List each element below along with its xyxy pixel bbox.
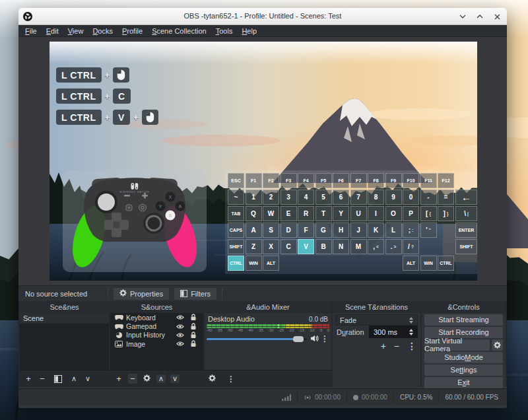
sources-dock-title[interactable]: S&ources	[110, 301, 203, 313]
close-button[interactable]	[492, 12, 502, 21]
key-alt: ALT	[263, 256, 279, 271]
mixer-channel-menu[interactable]: ⋮	[321, 334, 329, 343]
scene-filters-icon[interactable]	[54, 375, 62, 383]
mixer-dock-title[interactable]: &Audio Mixer	[205, 301, 331, 313]
add-transition-button[interactable]: +	[381, 341, 386, 351]
speaker-icon[interactable]	[310, 335, 319, 342]
desktop: OBS -tytan652-1 - Profile: Untitled - Sc…	[0, 0, 528, 420]
properties-button[interactable]: Properties	[114, 288, 169, 300]
svg-text:A: A	[179, 204, 182, 209]
menu-profile[interactable]: Profile	[117, 26, 147, 36]
remove-scene-button[interactable]: −	[38, 374, 47, 384]
scene-down-button[interactable]: ∨	[83, 374, 92, 383]
virtual-camera-config-button[interactable]	[492, 339, 503, 351]
scenes-list[interactable]: Scene	[20, 313, 109, 370]
remove-source-button[interactable]: −	[128, 374, 137, 384]
studio-mode-button[interactable]: Studio Mode	[424, 352, 503, 363]
keycap-chip: L CTRL	[56, 67, 102, 83]
maximize-button[interactable]	[475, 12, 484, 21]
add-scene-button[interactable]: +	[24, 374, 33, 384]
toggle-lock-button[interactable]	[187, 332, 200, 339]
toggle-lock-button[interactable]	[187, 323, 200, 330]
key-win: WIN	[420, 256, 437, 271]
menu-edit[interactable]: Edit	[42, 26, 63, 36]
volume-meter	[207, 324, 329, 326]
toggle-lock-button[interactable]	[187, 314, 200, 321]
scene-list-item[interactable]: Scene	[20, 313, 109, 324]
start-streaming-button[interactable]: Start Streaming	[424, 314, 503, 326]
controls-dock: &Controls Start StreamingStart Recording…	[422, 301, 506, 387]
mouse-icon	[117, 69, 125, 81]
add-source-button[interactable]: +	[114, 374, 123, 384]
source-row[interactable]: Keyboard	[110, 313, 203, 322]
meter-tick: -10	[309, 328, 315, 332]
volume-slider[interactable]	[207, 335, 307, 342]
menu-help[interactable]: Help	[237, 26, 261, 36]
start-virtual-camera-button[interactable]: Start Virtual Camera	[424, 339, 490, 351]
cpu-usage: CPU: 0.5%	[394, 389, 438, 405]
lock-icon	[190, 340, 197, 347]
minimize-button[interactable]	[458, 12, 467, 21]
menu-tools[interactable]: Tools	[211, 26, 238, 36]
source-up-button[interactable]: ∧	[156, 374, 166, 383]
visibility-eye-icon	[176, 341, 184, 347]
volume-slider-handle[interactable]	[293, 336, 304, 342]
source-label: Gamepad	[124, 322, 174, 330]
duration-spinbox[interactable]: 300 ms	[369, 326, 418, 338]
mixer-menu[interactable]: ⋮	[227, 374, 235, 384]
sources-dock: S&ources KeyboardGamepadInput HistoryIma…	[110, 301, 203, 387]
toggle-visibility-button[interactable]	[174, 341, 187, 347]
toggle-visibility-button[interactable]	[174, 332, 187, 338]
spinbox-arrows-icon[interactable]	[409, 329, 413, 335]
transitions-dock-title[interactable]: Scene T&ransitions	[333, 301, 420, 313]
transition-menu[interactable]: ⋮	[407, 341, 416, 351]
key-1: 1	[246, 190, 262, 205]
menu-docks[interactable]: Docks	[88, 26, 117, 36]
source-properties-icon[interactable]	[143, 374, 150, 384]
menu-file[interactable]: File	[20, 26, 42, 36]
source-label: Input History	[124, 331, 174, 339]
key-\: \|	[455, 206, 477, 221]
scenes-dock-title[interactable]: Sce&nes	[20, 301, 109, 313]
key-r: R	[298, 206, 314, 221]
key-t: T	[315, 206, 332, 221]
gamepad-icon	[114, 324, 124, 330]
toggle-visibility-button[interactable]	[174, 314, 187, 320]
titlebar[interactable]: OBS -tytan652-1 - Profile: Untitled - Sc…	[18, 8, 507, 25]
key-4: 4	[298, 190, 314, 205]
advanced-audio-icon[interactable]	[209, 374, 216, 384]
select-spinner-icon[interactable]	[409, 317, 413, 324]
key-←: ←	[455, 190, 477, 205]
source-row[interactable]: Input History	[110, 331, 203, 339]
visibility-eye-icon	[176, 332, 184, 338]
lock-icon	[190, 332, 197, 339]
menu-scene-collection[interactable]: Scene Collection	[147, 26, 211, 36]
filters-button[interactable]: Filters	[174, 288, 216, 300]
controls-dock-title[interactable]: &Controls	[422, 301, 506, 313]
source-row[interactable]: Image	[110, 339, 203, 348]
key-c: C	[280, 239, 297, 254]
program-preview[interactable]: X Y A B NINTENDO SWITCH	[50, 42, 477, 281]
key-l: L	[385, 223, 402, 238]
sources-list[interactable]: KeyboardGamepadInput HistoryImage	[110, 313, 203, 370]
transition-select[interactable]: Fade	[335, 314, 418, 326]
exit-button[interactable]: Exit	[424, 377, 503, 388]
key-tab: TAB	[228, 206, 244, 221]
source-toolbar: No source selected Properties Filters	[18, 285, 507, 301]
settings-button[interactable]: Settings	[424, 365, 503, 376]
start-recording-button[interactable]: Start Recording	[424, 327, 503, 338]
remove-transition-button[interactable]: −	[394, 341, 399, 351]
transitions-body: Fade Duration 300 ms + − ⋮	[333, 313, 420, 370]
toggle-visibility-button[interactable]	[174, 324, 187, 330]
menu-view[interactable]: View	[63, 26, 88, 36]
key-n: N	[333, 239, 349, 254]
key-f3: F3	[280, 173, 297, 188]
key-;: ;:	[403, 223, 419, 238]
source-down-button[interactable]: ∨	[170, 374, 180, 383]
input-history-row: L CTRL+V+	[56, 110, 158, 125]
key-9: 9	[385, 190, 402, 205]
source-row[interactable]: Gamepad	[110, 322, 203, 330]
stream-timer: 00:00:00	[298, 389, 346, 405]
toggle-lock-button[interactable]	[187, 340, 200, 347]
scene-up-button[interactable]: ∧	[69, 374, 79, 383]
